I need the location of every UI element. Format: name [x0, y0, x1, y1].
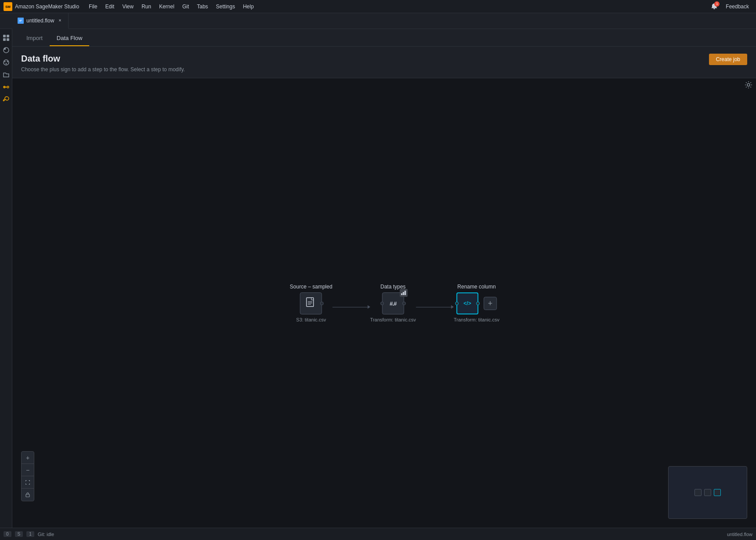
svg-rect-8: [7, 38, 9, 41]
minimap-node-1: [694, 489, 701, 496]
dataflow-header: Data flow Choose the plus sign to add a …: [12, 47, 756, 78]
zoom-controls: + −: [21, 451, 34, 501]
svg-rect-10: [4, 48, 6, 50]
menubar: SM Amazon SageMaker Studio File Edit Vie…: [0, 0, 756, 13]
svg-point-12: [4, 61, 5, 62]
svg-text:SM: SM: [5, 5, 11, 9]
svg-point-13: [7, 61, 8, 62]
notification-icon[interactable]: 1: [710, 2, 719, 11]
node-source-label: Source – sampled: [290, 284, 332, 290]
menu-settings[interactable]: Settings: [212, 3, 238, 11]
document-icon: [306, 297, 316, 310]
subtab-dataflow[interactable]: Data Flow: [50, 30, 90, 46]
status-indicator: S: [15, 531, 23, 537]
sidebar-icon-shapes[interactable]: [1, 45, 11, 55]
chart-badge-icon: [401, 291, 406, 295]
svg-rect-2: [19, 19, 22, 22]
add-step-button[interactable]: +: [483, 297, 497, 310]
minimap-node-3: [714, 489, 721, 496]
chart-badge: [400, 289, 407, 297]
tab-untitled-flow[interactable]: untitled.flow ×: [12, 13, 69, 29]
create-job-button[interactable]: Create job: [709, 54, 747, 65]
tab-file-icon: [18, 18, 24, 24]
statusbar-right: untitled.flow: [727, 532, 752, 537]
svg-rect-7: [3, 38, 6, 41]
sidebar-icon-folder[interactable]: [1, 69, 11, 80]
tabbar: untitled.flow ×: [0, 13, 756, 29]
data-types-icon: #.#: [390, 300, 396, 307]
git-status: Git: idle: [38, 532, 54, 537]
menubar-right: 1 Feedback: [710, 2, 752, 11]
notification-badge: 1: [714, 1, 720, 7]
app-logo: SM Amazon SageMaker Studio: [4, 2, 79, 11]
node-source[interactable]: Source – sampled: [290, 284, 332, 322]
svg-rect-5: [3, 35, 6, 37]
menu-file[interactable]: File: [85, 3, 101, 11]
minimap-node-2: [704, 489, 711, 496]
flow-container: Source – sampled: [290, 284, 499, 322]
status-count: 1: [26, 531, 34, 537]
dataflow-header-text: Data flow Choose the plus sign to add a …: [21, 54, 185, 73]
menu-tabs[interactable]: Tabs: [193, 3, 211, 11]
menu-run[interactable]: Run: [138, 3, 155, 11]
menu-git[interactable]: Git: [179, 3, 193, 11]
sidebar-icon-home[interactable]: [1, 33, 11, 43]
svg-rect-26: [404, 291, 406, 295]
zoom-fit-button[interactable]: [22, 476, 34, 489]
app-logo-icon: SM: [4, 2, 12, 11]
statusbar-filename: untitled.flow: [727, 532, 752, 537]
node-data-types-box[interactable]: #.#: [382, 292, 404, 314]
feedback-button[interactable]: Feedback: [722, 3, 752, 11]
svg-point-18: [4, 87, 5, 88]
node-rename-column-subtitle: Transform: titanic.csv: [454, 317, 499, 322]
zoom-in-button[interactable]: +: [22, 452, 34, 464]
tab-close-button[interactable]: ×: [57, 18, 63, 24]
subtab-import[interactable]: Import: [19, 30, 50, 46]
node-data-types-right-connector: [402, 302, 406, 305]
node-source-box[interactable]: [300, 292, 322, 314]
menu-edit[interactable]: Edit: [102, 3, 118, 11]
svg-point-19: [747, 84, 750, 86]
svg-rect-20: [307, 298, 314, 306]
svg-rect-24: [401, 293, 402, 295]
subtabs: Import Data Flow: [12, 29, 756, 47]
sidebar-icon-palette[interactable]: [1, 57, 11, 68]
node-rename-column-box[interactable]: </>: [456, 292, 478, 314]
zoom-lock-button[interactable]: [22, 489, 34, 501]
node-data-types[interactable]: Data types: [370, 284, 416, 322]
svg-point-16: [7, 86, 9, 88]
menu-kernel[interactable]: Kernel: [156, 3, 178, 11]
node-source-subtitle: S3: titanic.csv: [296, 317, 326, 322]
svg-rect-27: [26, 494, 29, 497]
node-rename-right-connector: [476, 302, 480, 305]
content-area: Import Data Flow Data flow Choose the pl…: [12, 29, 756, 528]
node-rename-column[interactable]: Rename column </> + Transform: titanic.c…: [454, 284, 499, 322]
node-source-right-connector: [320, 302, 324, 305]
app-name: Amazon SageMaker Studio: [15, 4, 79, 10]
menubar-left: SM Amazon SageMaker Studio File Edit Vie…: [4, 2, 257, 11]
svg-point-14: [5, 63, 7, 65]
statusbar: 0 S 1 Git: idle untitled.flow: [0, 528, 756, 540]
dataflow-subtitle: Choose the plus sign to add a step to th…: [21, 66, 185, 73]
code-icon: </>: [464, 300, 471, 306]
dataflow-title: Data flow: [21, 54, 185, 64]
menu-help[interactable]: Help: [240, 3, 258, 11]
minimap: [668, 466, 747, 519]
node-data-types-subtitle: Transform: titanic.csv: [370, 317, 416, 322]
canvas-settings-icon[interactable]: [745, 81, 752, 91]
sidebar-icon-wrench[interactable]: [1, 94, 11, 105]
sidebar: [0, 29, 12, 528]
menu-view[interactable]: View: [119, 3, 137, 11]
statusbar-left: 0 S 1 Git: idle: [4, 531, 54, 537]
sidebar-icon-pipeline[interactable]: [1, 82, 11, 92]
canvas[interactable]: Source – sampled: [12, 78, 756, 528]
zoom-out-button[interactable]: −: [22, 464, 34, 476]
status-zero: 0: [4, 531, 11, 537]
svg-rect-6: [7, 35, 9, 37]
node-rename-left-connector: [455, 302, 458, 305]
node-data-types-left-connector: [380, 302, 384, 305]
svg-rect-25: [403, 292, 404, 295]
node-rename-column-label: Rename column: [458, 284, 496, 290]
tab-filename: untitled.flow: [26, 18, 54, 24]
